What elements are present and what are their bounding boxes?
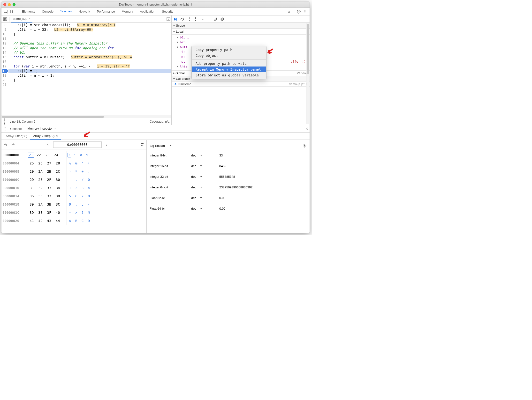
value-row: Integer 32-bitdec555885348 bbox=[150, 171, 307, 182]
scope-header[interactable]: Scope bbox=[172, 23, 310, 29]
format-select[interactable]: dec bbox=[191, 207, 219, 210]
devtools-window: DevTools - memory-inspector.glitch.me/de… bbox=[1, 1, 310, 233]
tab-application[interactable]: Application bbox=[137, 8, 159, 15]
step-into-icon[interactable] bbox=[188, 17, 191, 21]
tab-elements[interactable]: Elements bbox=[19, 8, 38, 15]
context-menu: Copy property path Copy object Add prope… bbox=[191, 46, 266, 79]
hex-row[interactable]: 0000001C3D3E3F40=>?@ bbox=[2, 208, 146, 217]
format-select[interactable]: dec bbox=[191, 164, 219, 168]
annotation-arrow-2 bbox=[82, 131, 91, 138]
horizontal-scrollbar[interactable] bbox=[1, 115, 171, 118]
file-tab-label: demo-js.js bbox=[13, 17, 27, 21]
step-icon[interactable] bbox=[200, 17, 205, 21]
hex-row[interactable]: 00000010313233341234 bbox=[2, 184, 146, 192]
resume-icon[interactable] bbox=[174, 17, 177, 21]
menu-copy-property-path[interactable]: Copy property path bbox=[192, 47, 266, 53]
menu-add-to-watch[interactable]: Add property path to watch bbox=[192, 61, 266, 67]
redo-icon[interactable] bbox=[11, 143, 15, 146]
svg-rect-28 bbox=[221, 18, 222, 20]
menu-store-global[interactable]: Store object as global variable bbox=[192, 72, 266, 78]
kebab-icon[interactable] bbox=[302, 8, 308, 15]
refresh-icon[interactable] bbox=[140, 143, 144, 147]
svg-point-25 bbox=[204, 19, 204, 19]
settings-icon[interactable] bbox=[303, 144, 307, 148]
svg-point-23 bbox=[195, 20, 196, 21]
tab-memory[interactable]: Memory bbox=[118, 8, 137, 15]
hex-row[interactable]: 00000008292A2B2C)*+, bbox=[2, 167, 146, 176]
svg-line-38 bbox=[304, 145, 304, 145]
tab-security[interactable]: Security bbox=[159, 8, 177, 15]
drawer-tab-console[interactable]: Console bbox=[7, 125, 25, 132]
scope-var-b1[interactable]: b1: … bbox=[174, 35, 310, 40]
value-row: Integer 16-bitdec8482 bbox=[150, 161, 307, 171]
more-tabs-icon[interactable]: » bbox=[286, 8, 292, 15]
svg-line-9 bbox=[300, 12, 300, 13]
drawer: Console Memory Inspector × × ArrayBuffer… bbox=[1, 125, 310, 233]
menu-reveal-memory-inspector[interactable]: Reveal in Memory Inspector panel bbox=[192, 67, 266, 72]
vertical-scrollbar[interactable] bbox=[306, 23, 309, 124]
menu-copy-object[interactable]: Copy object bbox=[192, 53, 266, 59]
tab-sources[interactable]: Sources bbox=[57, 8, 75, 15]
close-icon[interactable]: × bbox=[56, 134, 58, 138]
format-select[interactable]: dec bbox=[191, 154, 219, 157]
svg-rect-1 bbox=[11, 10, 13, 13]
svg-point-13 bbox=[304, 11, 305, 12]
close-icon[interactable]: × bbox=[29, 17, 30, 21]
coverage-status: Coverage: n/a bbox=[150, 120, 169, 123]
callstack-item[interactable]: runDemo demo-js.js:18 bbox=[172, 82, 310, 86]
value-row: Float 32-bitdec0.00 bbox=[150, 193, 307, 203]
close-icon[interactable]: × bbox=[54, 127, 56, 130]
sources-left-pane: demo-js.js × 89101112131415161718192021 … bbox=[1, 15, 172, 125]
svg-rect-29 bbox=[222, 18, 223, 20]
drawer-close-icon[interactable]: × bbox=[305, 126, 308, 131]
undo-icon[interactable] bbox=[4, 143, 8, 146]
tab-performance[interactable]: Performance bbox=[93, 8, 118, 15]
file-tab-bar: demo-js.js × bbox=[1, 15, 171, 23]
hex-row[interactable]: 0000000C2D2E2F30-./0 bbox=[2, 176, 146, 184]
file-tab[interactable]: demo-js.js × bbox=[11, 15, 32, 22]
navigator-icon[interactable] bbox=[2, 17, 8, 21]
hex-row[interactable]: 00000018393A3B3C9:;< bbox=[2, 200, 146, 208]
scope-global-header[interactable]: Global bbox=[175, 71, 185, 75]
address-input[interactable] bbox=[53, 141, 102, 148]
settings-icon[interactable] bbox=[296, 8, 302, 15]
inspect-icon[interactable] bbox=[3, 8, 9, 15]
svg-point-31 bbox=[5, 128, 5, 129]
buffer-tab-0[interactable]: ArrayBuffer(60) bbox=[3, 133, 30, 140]
drawer-tab-memory-inspector[interactable]: Memory Inspector × bbox=[25, 125, 59, 132]
chevron-down-icon bbox=[170, 145, 172, 146]
step-over-icon[interactable] bbox=[180, 17, 185, 21]
prev-page-icon[interactable]: ‹ bbox=[46, 142, 50, 147]
pretty-print-icon[interactable]: { } bbox=[3, 118, 8, 125]
run-snippet-icon[interactable] bbox=[167, 17, 170, 21]
deactivate-breakpoints-icon[interactable] bbox=[213, 17, 217, 21]
step-out-icon[interactable] bbox=[194, 17, 197, 21]
svg-point-19 bbox=[182, 20, 182, 21]
scope-local-header[interactable]: Local bbox=[172, 29, 310, 35]
svg-point-30 bbox=[5, 127, 5, 128]
format-select[interactable]: dec bbox=[191, 196, 219, 200]
code-editor[interactable]: 89101112131415161718192021 b1[i] = str.c… bbox=[1, 23, 171, 115]
pause-exceptions-icon[interactable] bbox=[220, 17, 224, 21]
buffer-tab-1[interactable]: ArrayBuffer(70) × bbox=[30, 133, 61, 140]
scope-var-b2[interactable]: b2: … bbox=[174, 40, 310, 45]
svg-line-39 bbox=[305, 147, 306, 147]
tab-console[interactable]: Console bbox=[38, 8, 57, 15]
endian-select[interactable]: Big Endian bbox=[150, 144, 172, 148]
hex-row[interactable]: 0000002041424344ABCD bbox=[2, 217, 146, 225]
tab-network[interactable]: Network bbox=[75, 8, 94, 15]
kebab-icon[interactable] bbox=[3, 127, 7, 131]
hex-row[interactable]: 00000014353637385678 bbox=[2, 192, 146, 200]
hex-row[interactable]: 0000000425262728%&'( bbox=[2, 159, 146, 167]
svg-point-27 bbox=[221, 17, 224, 21]
format-select[interactable]: dec bbox=[191, 175, 219, 178]
value-row: Integer 8-bitdec33 bbox=[150, 150, 307, 161]
debugger-pane: Scope Local b1: … b2: … buff i: n: struf… bbox=[172, 15, 310, 125]
format-select[interactable]: dec bbox=[191, 185, 219, 189]
device-mode-icon[interactable] bbox=[9, 8, 15, 15]
next-page-icon[interactable]: › bbox=[105, 142, 109, 147]
hex-row[interactable]: 0000000021222324!"#$ bbox=[2, 151, 146, 159]
svg-rect-18 bbox=[176, 18, 177, 21]
svg-point-32 bbox=[5, 130, 5, 130]
status-bar: { } Line 18, Column 5 Coverage: n/a bbox=[1, 118, 171, 125]
